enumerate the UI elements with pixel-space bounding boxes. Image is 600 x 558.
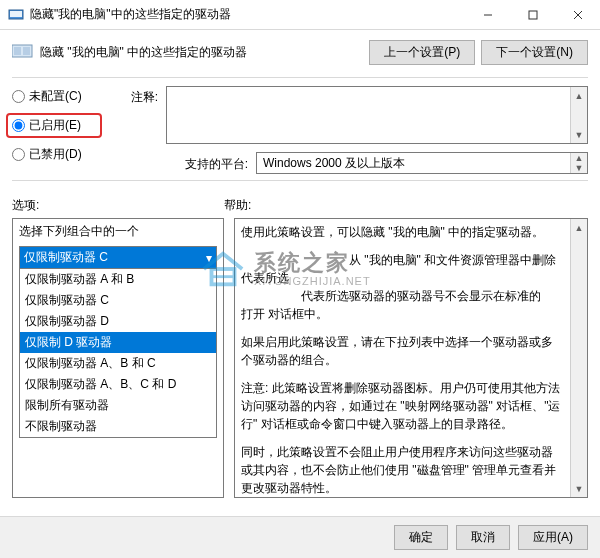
comment-textbox[interactable]: ▲ ▼ xyxy=(166,86,588,144)
close-button[interactable] xyxy=(555,0,600,29)
state-radio-group: 未配置(C) 已启用(E) 已禁用(D) xyxy=(12,86,102,174)
options-panel: 选择下列组合中的一个 仅限制驱动器 C ▾ 仅限制驱动器 A 和 B仅限制驱动器… xyxy=(12,218,224,498)
help-p1: 使用此策略设置，可以隐藏 "我的电脑" 中的指定驱动器。 xyxy=(241,223,564,241)
scroll-up-icon[interactable]: ▲ xyxy=(571,87,587,104)
combo-option[interactable]: 仅限制驱动器 A 和 B xyxy=(20,269,216,290)
svg-rect-8 xyxy=(23,47,30,55)
scroll-down-icon[interactable]: ▼ xyxy=(571,126,587,143)
minimize-button[interactable] xyxy=(465,0,510,29)
help-p4: 注意: 此策略设置将删除驱动器图标。用户仍可使用其他方法访问驱动器的内容，如通过… xyxy=(241,379,564,433)
combo-option[interactable]: 仅限制驱动器 C xyxy=(20,290,216,311)
title-bar: 隐藏"我的电脑"中的这些指定的驱动器 xyxy=(0,0,600,30)
comment-scrollbar[interactable]: ▲ ▼ xyxy=(570,87,587,143)
svg-rect-3 xyxy=(529,11,537,19)
svg-rect-7 xyxy=(14,47,21,55)
prev-setting-button[interactable]: 上一个设置(P) xyxy=(369,40,475,65)
combo-option[interactable]: 仅限制驱动器 A、B 和 C xyxy=(20,353,216,374)
cancel-button[interactable]: 取消 xyxy=(456,525,510,550)
scroll-up-icon[interactable]: ▲ xyxy=(571,153,587,163)
help-panel: 使用此策略设置，可以隐藏 "我的电脑" 中的指定驱动器。 隐藏占位文字段落占从 … xyxy=(234,218,588,498)
combo-option[interactable]: 仅限制驱动器 D xyxy=(20,311,216,332)
separator xyxy=(12,180,588,181)
combo-selected[interactable]: 仅限制驱动器 C ▾ xyxy=(20,247,216,268)
platform-label: 支持的平台: xyxy=(102,153,256,173)
radio-enabled[interactable]: 已启用(E) xyxy=(12,117,96,134)
help-header: 帮助: xyxy=(224,197,588,214)
svg-rect-1 xyxy=(10,11,22,17)
radio-not-configured-input[interactable] xyxy=(12,90,25,103)
combo-option[interactable]: 限制所有驱动器 xyxy=(20,395,216,416)
header-subtitle: 隐藏 "我的电脑" 中的这些指定的驱动器 xyxy=(40,44,247,61)
window-title: 隐藏"我的电脑"中的这些指定的驱动器 xyxy=(30,6,231,23)
scroll-up-icon[interactable]: ▲ xyxy=(571,219,587,236)
combo-selected-text: 仅限制驱动器 C xyxy=(24,249,108,266)
apply-button[interactable]: 应用(A) xyxy=(518,525,588,550)
options-combobox[interactable]: 仅限制驱动器 C ▾ 仅限制驱动器 A 和 B仅限制驱动器 C仅限制驱动器 D仅… xyxy=(19,246,217,438)
platform-box: Windows 2000 及以上版本 ▲ ▼ xyxy=(256,152,588,174)
help-scrollbar[interactable]: ▲ ▼ xyxy=(570,219,587,497)
ok-button[interactable]: 确定 xyxy=(394,525,448,550)
app-icon xyxy=(8,7,24,23)
radio-enabled-label: 已启用(E) xyxy=(29,117,81,134)
next-setting-button[interactable]: 下一个设置(N) xyxy=(481,40,588,65)
help-p5: 同时，此策略设置不会阻止用户使用程序来访问这些驱动器或其内容，也不会防止他们使用… xyxy=(241,443,564,497)
radio-disabled-label: 已禁用(D) xyxy=(29,146,82,163)
options-header: 选项: xyxy=(12,197,224,214)
dialog-footer: 确定 取消 应用(A) xyxy=(0,516,600,558)
radio-not-configured[interactable]: 未配置(C) xyxy=(12,88,102,105)
options-heading: 选择下列组合中的一个 xyxy=(13,219,223,246)
combo-option[interactable]: 仅限制驱动器 A、B、C 和 D xyxy=(20,374,216,395)
platform-scrollbar[interactable]: ▲ ▼ xyxy=(570,153,587,173)
comment-label: 注释: xyxy=(102,86,166,144)
policy-icon xyxy=(12,42,34,63)
chevron-down-icon: ▾ xyxy=(206,251,212,265)
help-p2: 隐藏占位文字段落占从 "我的电脑" 和文件资源管理器中删除代表所选 占位文字段代… xyxy=(241,251,564,323)
window-controls xyxy=(465,0,600,29)
radio-not-configured-label: 未配置(C) xyxy=(29,88,82,105)
radio-enabled-input[interactable] xyxy=(12,119,25,132)
radio-disabled[interactable]: 已禁用(D) xyxy=(12,146,102,163)
maximize-button[interactable] xyxy=(510,0,555,29)
help-p3: 如果启用此策略设置，请在下拉列表中选择一个驱动器或多个驱动器的组合。 xyxy=(241,333,564,369)
radio-disabled-input[interactable] xyxy=(12,148,25,161)
combo-dropdown-list: 仅限制驱动器 A 和 B仅限制驱动器 C仅限制驱动器 D仅限制 D 驱动器仅限制… xyxy=(20,268,216,437)
help-text: 使用此策略设置，可以隐藏 "我的电脑" 中的指定驱动器。 隐藏占位文字段落占从 … xyxy=(235,219,570,497)
combo-option[interactable]: 仅限制 D 驱动器 xyxy=(20,332,216,353)
separator xyxy=(12,77,588,78)
radio-enabled-highlight: 已启用(E) xyxy=(6,113,102,138)
scroll-down-icon[interactable]: ▼ xyxy=(571,163,587,173)
combo-option[interactable]: 不限制驱动器 xyxy=(20,416,216,437)
platform-value: Windows 2000 及以上版本 xyxy=(263,155,405,172)
scroll-down-icon[interactable]: ▼ xyxy=(571,480,587,497)
